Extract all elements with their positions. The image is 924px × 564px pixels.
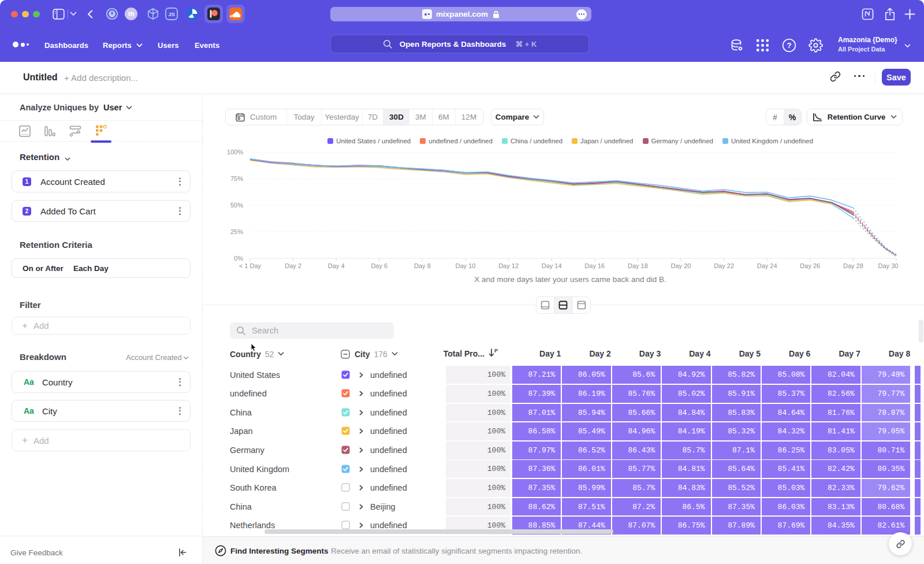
svg-text:JS: JS [168, 11, 175, 17]
svg-text:?: ? [787, 41, 792, 50]
